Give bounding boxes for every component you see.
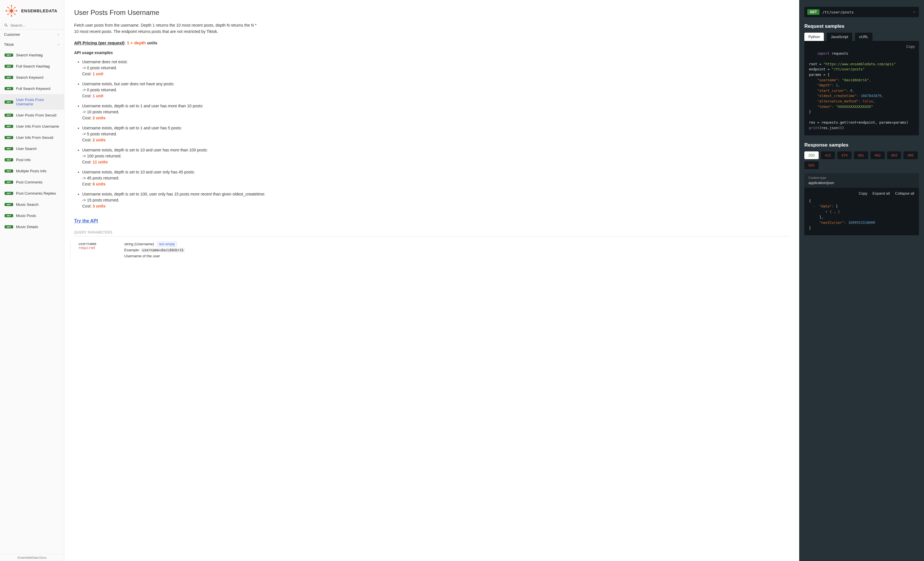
example-item: Username exists, depth is set to 1 and u… — [82, 103, 789, 121]
param-desc: Username of the user — [124, 254, 789, 258]
logo[interactable]: ENSEMBLEDATA — [0, 0, 64, 21]
content: User Posts From Username Fetch user post… — [64, 0, 799, 561]
sidebar-item[interactable]: GETUser Info From Username — [0, 121, 64, 132]
logo-text: ENSEMBLEDATA — [21, 9, 57, 13]
method-badge: GET — [4, 125, 13, 128]
svg-point-1 — [11, 5, 12, 7]
svg-point-17 — [4, 24, 7, 26]
method-badge: GET — [4, 64, 13, 68]
sidebar-item[interactable]: GETMusic Search — [0, 199, 64, 210]
page-description: Fetch user posts from the username. Dept… — [74, 22, 257, 34]
pricing-suffix: units — [147, 40, 158, 45]
method-badge: GET — [4, 181, 13, 184]
endpoint-method: GET — [807, 9, 819, 15]
example-item: Username exists, but user does not have … — [82, 81, 789, 99]
response-action[interactable]: Expand all — [873, 191, 890, 195]
method-badge: GET — [4, 214, 13, 217]
svg-point-8 — [14, 14, 15, 15]
page-title: User Posts From Username — [74, 9, 789, 16]
nav-group-customer[interactable]: Customer — [0, 30, 64, 39]
sidebar-item-label: Multiple Posts Info — [16, 169, 46, 173]
status-tab[interactable]: 422 — [821, 152, 835, 159]
method-badge: GET — [4, 147, 13, 150]
logo-icon — [4, 3, 19, 18]
method-badge: GET — [4, 54, 13, 57]
svg-point-3 — [6, 10, 7, 12]
svg-point-6 — [14, 7, 15, 8]
sidebar-item[interactable]: GETMusic Posts — [0, 210, 64, 221]
pricing-link[interactable]: API Pricing (per request) — [74, 40, 124, 45]
status-tab[interactable]: 200 — [804, 152, 819, 159]
method-badge: GET — [4, 225, 13, 228]
status-tab[interactable]: 492 — [870, 152, 885, 159]
nav-group-tiktok[interactable]: Tiktok — [0, 39, 64, 50]
sidebar-item[interactable]: GETMusic Details — [0, 221, 64, 232]
sidebar-item[interactable]: GETMultiple Posts Info — [0, 165, 64, 177]
response-json: { - "data": [ + { … } ], "nextCursor": 1… — [809, 198, 914, 231]
status-tab[interactable]: 493 — [887, 152, 902, 159]
sidebar: ENSEMBLEDATA Customer Tiktok GETSearch H… — [0, 0, 64, 561]
sidebar-item[interactable]: GETSearch Hashtag — [0, 50, 64, 61]
endpoint-bar[interactable]: GET /tt/user/posts — [804, 7, 919, 17]
status-tab[interactable]: 491 — [854, 152, 868, 159]
status-tab[interactable]: 474 — [837, 152, 852, 159]
svg-line-16 — [13, 12, 15, 14]
example-item: Username exists, depth is set to 10 and … — [82, 169, 789, 187]
collapse-toggle[interactable]: - — [813, 204, 815, 208]
search-row[interactable] — [0, 21, 64, 30]
sidebar-item[interactable]: GETUser Search — [0, 143, 64, 154]
sidebar-item[interactable]: GETUser Posts From Secuid — [0, 110, 64, 121]
svg-point-2 — [11, 15, 12, 16]
expand-toggle[interactable]: + { … } — [825, 210, 840, 214]
sidebar-item[interactable]: GETPost Info — [0, 154, 64, 165]
sidebar-item[interactable]: GETUser Posts From Username — [0, 94, 64, 110]
method-badge: GET — [4, 76, 13, 79]
sidebar-item[interactable]: GETUser Info From Secuid — [0, 132, 64, 143]
sidebar-item[interactable]: GETPost Comments — [0, 177, 64, 188]
param-type-line: string (Username) non-empty — [124, 242, 789, 247]
pricing-line: API Pricing (per request): 1 + depth uni… — [74, 40, 789, 45]
svg-point-0 — [10, 9, 13, 12]
response-actions: CopyExpand allCollapse all — [809, 191, 914, 195]
sidebar-item[interactable]: GETFull Search Keyword — [0, 83, 64, 94]
request-samples-heading: Request samples — [804, 24, 919, 29]
sidebar-item[interactable]: GETSearch Keyword — [0, 72, 64, 83]
example-item: Username exists, depth is set to 100, us… — [82, 191, 789, 209]
param-example-label: Example: — [124, 248, 140, 252]
content-type-label: Content type — [808, 176, 915, 180]
footer[interactable]: EnsembleData Docs — [0, 554, 64, 561]
param-type: string (Username) — [124, 242, 154, 246]
usage-heading: API usage examples — [74, 50, 789, 55]
pricing-value: 1 + depth — [127, 40, 146, 45]
request-tab[interactable]: Python — [804, 33, 824, 41]
sidebar-item[interactable]: GETFull Search Hashtag — [0, 61, 64, 72]
example-item: Username does not exist:-> 0 posts retur… — [82, 59, 789, 77]
status-tab[interactable]: 500 — [804, 161, 819, 169]
request-tab[interactable]: JavaScript — [826, 33, 852, 41]
example-item: Username exists, depth is set to 1 and u… — [82, 125, 789, 143]
sidebar-item-label: User Posts From Username — [16, 98, 60, 106]
search-input[interactable] — [10, 23, 60, 27]
response-block: Content type application/json CopyExpand… — [804, 173, 919, 235]
sidebar-item-label: Full Search Keyword — [16, 87, 50, 91]
try-api-link[interactable]: Try the API — [74, 218, 98, 224]
svg-line-15 — [8, 12, 10, 14]
sidebar-item-label: User Info From Secuid — [16, 135, 53, 140]
endpoint-path: /tt/user/posts — [822, 10, 910, 14]
status-tab[interactable]: 495 — [903, 152, 918, 159]
param-row: username required string (Username) non-… — [74, 242, 789, 258]
sidebar-item-label: Search Keyword — [16, 75, 43, 80]
param-example-line: Example: username=daviddobrik — [124, 248, 789, 252]
chevron-down-icon — [912, 10, 916, 14]
response-action[interactable]: Copy — [859, 191, 867, 195]
response-action[interactable]: Collapse all — [895, 191, 914, 195]
code-sample: Copyimport requests root = "https://www.… — [804, 41, 919, 135]
svg-line-14 — [13, 8, 15, 10]
chevron-down-icon — [57, 43, 60, 46]
request-tab[interactable]: cURL — [855, 33, 873, 41]
copy-button[interactable]: Copy — [906, 44, 915, 50]
sidebar-item[interactable]: GETPost Comments Replies — [0, 188, 64, 199]
nav-items: GETSearch HashtagGETFull Search HashtagG… — [0, 50, 64, 554]
svg-line-18 — [7, 26, 8, 27]
method-badge: GET — [4, 192, 13, 195]
